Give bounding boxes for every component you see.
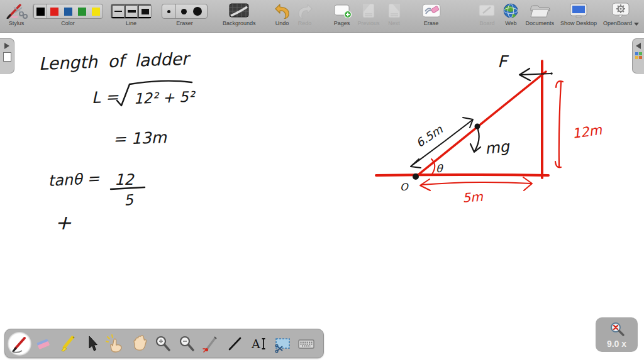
handwritten-work: Length of ladder L = 12² + 5² = 13m tanθ…	[38, 49, 196, 234]
pages-panel-tab[interactable]	[0, 38, 14, 74]
origin-label: O	[400, 181, 409, 193]
pan-hand-tool-button[interactable]	[127, 331, 151, 357]
openboard-menu-button[interactable]: OpenBoard	[603, 2, 639, 26]
height-label: 12m	[571, 123, 603, 141]
height-dim-arrowhead-bottom	[555, 162, 561, 167]
eraser-icon	[34, 334, 53, 353]
force-label: F	[497, 52, 509, 71]
eraser-group: Eraser	[162, 2, 208, 26]
virtual-keyboard-tool-button[interactable]	[294, 331, 318, 357]
base-label: 5m	[462, 189, 484, 206]
drawing-canvas[interactable]: Length of ladder L = 12² + 5² = 13m tanθ…	[0, 33, 644, 362]
plus-mark: +	[55, 211, 72, 234]
stylus-label: Stylus	[9, 20, 25, 26]
interact-pointer-tool-button[interactable]	[103, 331, 127, 357]
zoom-in-tool-button[interactable]	[151, 331, 175, 357]
capture-tool-button[interactable]	[270, 331, 294, 357]
base-dim-line	[421, 182, 531, 185]
text-tool-button[interactable]: A	[247, 331, 270, 357]
blue-swatch-icon	[64, 8, 72, 16]
eraser-medium-large-buttons[interactable]	[176, 4, 207, 18]
expand-right-icon	[4, 43, 9, 49]
pages-button[interactable]: Pages	[333, 2, 352, 26]
backgrounds-button[interactable]: Backgrounds	[223, 2, 256, 26]
text-tool-glyph: A	[251, 337, 260, 351]
show-desktop-icon	[569, 2, 589, 19]
midpoint-dot	[475, 124, 480, 129]
origin-dot	[413, 173, 419, 180]
library-panel-tab[interactable]	[632, 38, 644, 74]
web-globe-icon	[502, 2, 519, 19]
pen-icon	[10, 334, 29, 353]
show-desktop-label: Show Desktop	[560, 20, 597, 26]
bottom-toolbar: A	[4, 329, 324, 358]
chevron-down-icon	[634, 23, 639, 26]
documents-button[interactable]: Documents	[525, 2, 554, 26]
laser-pointer-icon	[201, 334, 220, 353]
web-label: Web	[505, 20, 516, 26]
small-dot-icon	[167, 10, 170, 13]
erase-page-button[interactable]: Erase	[421, 2, 441, 26]
height-dim-arrowhead-top	[556, 81, 563, 87]
color-swatch-red[interactable]	[47, 4, 61, 18]
pointing-hand-icon	[106, 334, 125, 353]
eq1-lhs: L =	[91, 87, 119, 107]
medium-line-icon	[128, 10, 136, 13]
redo-label: Redo	[298, 20, 312, 26]
ink-layer: Length of ladder L = 12² + 5² = 13m tanθ…	[0, 33, 644, 362]
stylus-button[interactable]: Stylus	[5, 2, 28, 26]
redo-icon	[296, 2, 314, 19]
magnifier-reset-icon	[609, 321, 625, 337]
line-group: Line	[111, 2, 152, 26]
eraser-small-button[interactable]	[162, 4, 176, 18]
ladder-diagram: F 6.5m mg θ O	[376, 52, 603, 206]
large-dot-icon	[193, 7, 202, 16]
color-swatch-yellow[interactable]	[89, 4, 103, 18]
eraser-tool-button[interactable]	[31, 331, 55, 357]
thin-line-icon	[114, 11, 122, 12]
thick-line-icon	[142, 9, 149, 14]
undo-button[interactable]: Undo	[274, 2, 291, 26]
highlighter-tool-button[interactable]	[55, 331, 79, 357]
zoom-in-icon	[153, 334, 172, 353]
redo-button[interactable]: Redo	[296, 2, 314, 26]
board-mode-button[interactable]: Board	[477, 2, 496, 26]
color-swatch-black[interactable]	[33, 4, 47, 18]
laser-pointer-tool-button[interactable]	[199, 331, 223, 357]
zoom-level-indicator[interactable]: 9.0 x	[596, 317, 638, 352]
red-swatch-icon	[50, 8, 58, 16]
openboard-label: OpenBoard	[603, 20, 632, 26]
previous-page-button[interactable]: Previous	[358, 2, 380, 26]
ladder-length-label: 6.5m	[413, 123, 445, 150]
text-tool-icon: A	[249, 334, 268, 353]
page-thumbnail-icon	[3, 52, 11, 62]
expand-left-icon	[636, 43, 641, 49]
eraser-size-box	[162, 4, 208, 19]
web-mode-button[interactable]: Web	[502, 2, 519, 26]
keyboard-icon	[297, 334, 316, 353]
zoom-out-tool-button[interactable]	[175, 331, 199, 357]
angle-label: θ	[436, 162, 443, 175]
black-swatch-icon	[36, 8, 45, 16]
force-arrow	[520, 74, 551, 75]
eq3-denominator: 5	[123, 191, 135, 209]
work-title: Length of ladder	[38, 49, 191, 74]
show-desktop-button[interactable]: Show Desktop	[560, 2, 597, 26]
undo-label: Undo	[275, 20, 289, 26]
line-label: Line	[126, 20, 136, 26]
line-thick-button[interactable]	[138, 4, 151, 18]
color-swatch-green[interactable]	[75, 4, 89, 18]
weight-arrowhead	[470, 144, 480, 152]
line-thin-button[interactable]	[111, 4, 125, 18]
board-label: Board	[479, 20, 494, 26]
next-page-button[interactable]: Next	[386, 2, 402, 26]
previous-label: Previous	[358, 20, 380, 26]
previous-page-icon	[360, 2, 377, 19]
color-swatch-blue[interactable]	[61, 4, 75, 18]
pen-tool-button[interactable]	[8, 331, 31, 357]
line-medium-button[interactable]	[125, 4, 138, 18]
documents-folder-icon	[529, 2, 550, 19]
pages-label: Pages	[334, 20, 350, 26]
line-tool-button[interactable]	[223, 331, 247, 357]
selector-tool-button[interactable]	[79, 331, 103, 357]
